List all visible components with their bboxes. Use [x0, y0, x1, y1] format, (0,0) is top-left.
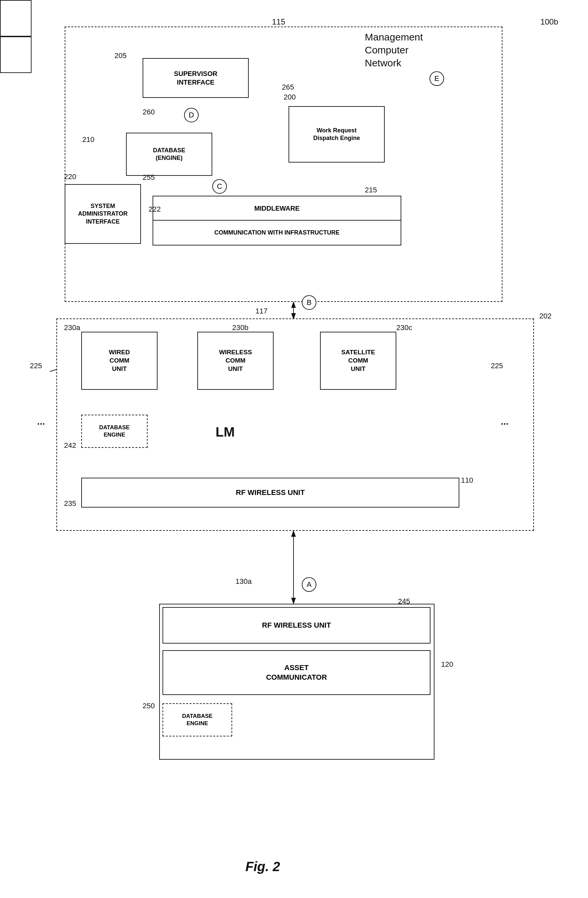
ref-265: 265 — [282, 83, 294, 92]
ref-235: 235 — [64, 499, 76, 508]
wired-comm-box: WIRED COMM UNIT — [81, 332, 158, 390]
lm-text: LM — [216, 424, 235, 440]
circle-D: D — [184, 108, 199, 122]
middleware-top-label: MIDDLEWARE — [153, 196, 401, 221]
database-engine-box: DATABASE (ENGINE) — [126, 133, 212, 176]
circle-A: A — [302, 577, 316, 592]
ref-225-right: 225 — [491, 361, 503, 370]
ref-230b: 230b — [232, 323, 249, 332]
ref-200: 200 — [284, 93, 296, 101]
ref-117: 117 — [255, 307, 268, 315]
ref-210: 210 — [82, 135, 95, 144]
ref-255: 255 — [143, 173, 155, 182]
ref-225-left: 225 — [30, 361, 42, 370]
ref-230a: 230a — [64, 323, 80, 332]
ref-230c: 230c — [396, 323, 412, 332]
ref-130a: 130a — [235, 577, 252, 586]
ref-222: 222 — [149, 205, 161, 214]
mgmt-network-label: Management Computer Network — [365, 31, 423, 69]
device-left — [0, 0, 32, 37]
device-right — [0, 37, 32, 73]
dots-left: ... — [37, 416, 45, 427]
ref-250: 250 — [143, 702, 155, 710]
db-lm-box: DATABASE ENGINE — [81, 415, 147, 448]
sysadmin-interface-box: SYSTEM ADMINISTRATOR INTERFACE — [64, 184, 141, 244]
ref-205: 205 — [114, 51, 127, 60]
fig-caption: Fig. 2 — [246, 859, 280, 874]
circle-C: C — [212, 179, 227, 194]
db-bottom-box: DATABASE ENGINE — [163, 703, 232, 737]
rf-bottom-box: RF WIRELESS UNIT — [163, 607, 430, 644]
dots-right: ... — [501, 416, 508, 427]
ref-202: 202 — [539, 312, 551, 320]
wireless-comm-box: WIRELESS COMM UNIT — [197, 332, 273, 390]
middleware-box: MIDDLEWARE COMMUNICATION WITH INFRASTRUC… — [152, 196, 401, 246]
ref-110: 110 — [461, 476, 473, 485]
diagram-container: 100b 115 Management Computer Network SUP… — [0, 0, 588, 898]
ref-220: 220 — [64, 172, 76, 181]
supervisor-interface-box: SUPERVISOR INTERFACE — [143, 58, 249, 98]
ref-115: 115 — [272, 17, 285, 26]
ref-215: 215 — [365, 186, 377, 194]
ref-120: 120 — [441, 660, 453, 669]
ref-100b: 100b — [540, 17, 558, 26]
circle-B: B — [302, 295, 316, 310]
work-request-dispatch-box: Work Request Dispatch Engine — [289, 106, 385, 163]
rf-lm-box: RF WIRELESS UNIT — [81, 478, 459, 507]
asset-comm-box: ASSET COMMUNICATOR — [163, 650, 430, 695]
satellite-comm-box: SATELLITE COMM UNIT — [320, 332, 396, 390]
ref-260: 260 — [143, 108, 155, 117]
ref-245: 245 — [398, 597, 410, 606]
circle-E: E — [430, 71, 444, 86]
middleware-bottom-label: COMMUNICATION WITH INFRASTRUCTURE — [153, 221, 401, 245]
ref-242: 242 — [64, 441, 76, 450]
